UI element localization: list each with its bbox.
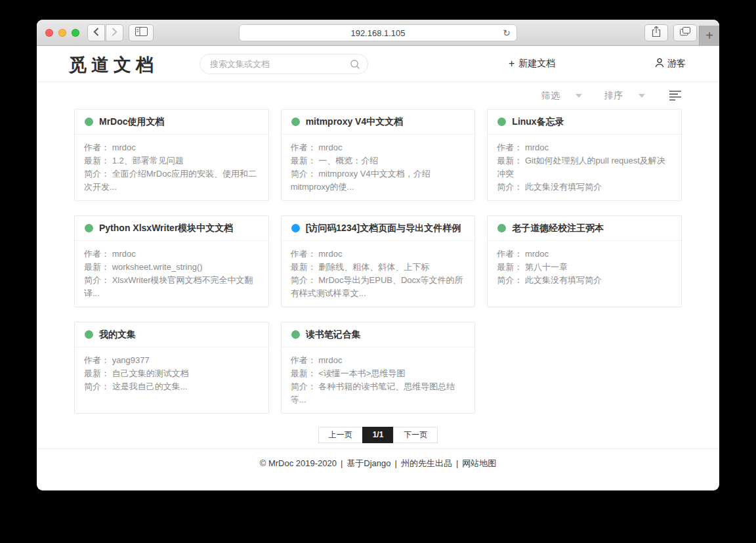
card-title: 老子道德经校注王弼本 [512,223,604,234]
doc-collection-card[interactable]: 读书笔记合集 作者： mrdoc 最新： <读懂一本书>思维导图 简介： 各种书… [281,322,476,414]
site-logo[interactable]: 觅道文档 [69,53,158,77]
latest-label: 最新： [291,262,316,272]
status-dot [291,118,300,126]
card-title: 我的文集 [99,329,136,341]
latest-label: 最新： [497,262,522,272]
intro-value: 此文集没有填写简介 [525,275,602,285]
latest-label: 最新： [497,156,522,165]
doc-collection-card[interactable]: mitmproxy V4中文文档 作者： mrdoc 最新： 一、概览：介绍 简… [281,109,476,201]
main-content: 筛选 排序 MrDoc使用文档 作者： mrdoc 最新： 1.2、部署常见问题… [37,82,719,443]
user-label: 游客 [667,58,686,70]
card-header: Linux备忘录 [488,110,681,135]
url-text: 192.168.1.105 [350,28,405,38]
intro-label: 简介： [84,275,110,285]
card-author-line: 作者： mrdoc [291,354,466,367]
show-tabs-button[interactable] [673,24,697,41]
card-title: MrDoc使用文档 [99,116,165,128]
sidebar-icon [135,27,148,39]
card-body: 作者： mrdoc 最新： 第八十一章 简介： 此文集没有填写简介 [488,241,681,287]
intro-label: 简介： [497,182,522,192]
next-page-button[interactable]: 下一页 [393,427,438,443]
forward-button[interactable] [106,24,123,41]
back-button[interactable] [87,24,105,41]
address-bar[interactable]: 192.168.1.105 ↻ [239,24,517,41]
card-header: 我的文集 [75,322,268,347]
card-latest-line: 最新： 1.2、部署常见问题 [84,154,259,167]
card-intro-line: 简介： 各种书籍的读书笔记、思维导图总结等... [291,380,466,406]
filter-label: 筛选 [541,90,560,102]
status-dot [85,330,93,339]
footer-link-author[interactable]: 州的先生出品 [401,458,452,468]
card-intro-line: 简介： 这是我自己的文集... [84,380,259,393]
search-icon[interactable] [350,59,360,72]
card-author-line: 作者： mrdoc [291,141,466,154]
author-label: 作者： [291,142,316,152]
plus-icon: + [509,59,514,68]
card-author-line: 作者： mrdoc [497,141,672,154]
card-body: 作者： mrdoc 最新： worksheet.write_string() 简… [75,241,268,300]
intro-label: 简介： [84,169,110,179]
site-footer: © MrDoc 2019-2020|基于Django|州的先生出品|网站地图 [37,448,719,469]
sort-dropdown[interactable]: 排序 [604,90,645,102]
sidebar-toggle-button[interactable] [129,24,154,41]
card-header: 老子道德经校注王弼本 [488,216,681,241]
doc-collection-card[interactable]: MrDoc使用文档 作者： mrdoc 最新： 1.2、部署常见问题 简介： 全… [74,109,269,201]
minimize-window-button[interactable] [58,29,66,37]
close-window-button[interactable] [45,29,53,37]
card-latest-line: 最新： 一、概览：介绍 [291,154,466,167]
new-tab-button[interactable]: + [699,26,719,46]
card-title: 读书笔记合集 [306,329,361,341]
chevron-down-icon [576,94,582,101]
filter-dropdown[interactable]: 筛选 [541,90,582,102]
card-title: Linux备忘录 [512,116,564,128]
copyright-text: © MrDoc 2019-2020 [260,458,337,468]
footer-link-django[interactable]: 基于Django [346,458,390,468]
doc-collection-card[interactable]: Linux备忘录 作者： mrdoc 最新： Git如何处理别人的pull re… [487,109,682,201]
search-box[interactable] [200,54,368,74]
list-layout-icon[interactable] [669,90,682,101]
search-input[interactable] [200,54,368,74]
author-label: 作者： [291,355,316,365]
card-author-line: 作者： yang9377 [84,354,259,367]
intro-value: 这是我自己的文集... [112,381,188,391]
prev-page-button[interactable]: 上一页 [318,427,363,443]
reload-icon[interactable]: ↻ [503,28,511,39]
card-intro-line: 简介： mitmproxy V4中文文档，介绍mitmproxy的使... [291,167,466,194]
intro-value: 全面介绍MrDoc应用的安装、使用和二次开发... [84,169,257,192]
user-menu[interactable]: 游客 [655,58,686,70]
intro-value: 此文集没有填写简介 [525,182,602,192]
zoom-window-button[interactable] [72,29,79,37]
card-latest-line: 最新： 自己文集的测试文档 [84,367,259,380]
sort-label: 排序 [604,90,623,102]
doc-collection-card[interactable]: 我的文集 作者： yang9377 最新： 自己文集的测试文档 简介： 这是我自… [74,322,269,414]
footer-separator: | [337,458,346,468]
pagination: 上一页 1/1 下一页 [74,427,682,443]
author-value: mrdoc [525,249,549,259]
author-value: mrdoc [318,249,342,259]
status-dot [85,224,93,232]
latest-label: 最新： [291,368,316,378]
status-dot [291,330,300,339]
card-intro-line: 简介： XlsxWriter模块官网文档不完全中文翻译... [84,274,259,300]
intro-label: 简介： [291,169,316,179]
author-value: mrdoc [112,142,136,152]
doc-collection-card[interactable]: 老子道德经校注王弼本 作者： mrdoc 最新： 第八十一章 简介： 此文集没有… [487,215,682,307]
doc-collection-card[interactable]: Python XlsxWriter模块中文文档 作者： mrdoc 最新： wo… [74,215,269,307]
new-doc-button[interactable]: + 新建文档 [509,58,555,70]
footer-separator: | [391,458,401,468]
card-body: 作者： mrdoc 最新： 1.2、部署常见问题 简介： 全面介绍MrDoc应用… [75,135,268,194]
card-header: MrDoc使用文档 [75,110,268,135]
status-dot [497,224,506,232]
status-dot [291,224,300,232]
card-body: 作者： mrdoc 最新： 删除线、粗体、斜体、上下标 简介： MrDoc导出为… [282,241,475,300]
footer-link-sitemap[interactable]: 网站地图 [462,458,496,468]
author-value: yang9377 [112,355,150,365]
card-body: 作者： mrdoc 最新： 一、概览：介绍 简介： mitmproxy V4中文… [282,135,475,194]
latest-label: 最新： [84,262,110,272]
cards-grid: MrDoc使用文档 作者： mrdoc 最新： 1.2、部署常见问题 简介： 全… [74,109,682,414]
card-latest-line: 最新： 删除线、粗体、斜体、上下标 [291,261,466,274]
status-dot [85,118,93,126]
doc-collection-card[interactable]: [访问码1234]文档页面与导出文件样例 作者： mrdoc 最新： 删除线、粗… [281,215,476,307]
card-latest-line: 最新： Git如何处理别人的pull request及解决冲突 [497,154,672,181]
share-button[interactable] [644,24,668,41]
